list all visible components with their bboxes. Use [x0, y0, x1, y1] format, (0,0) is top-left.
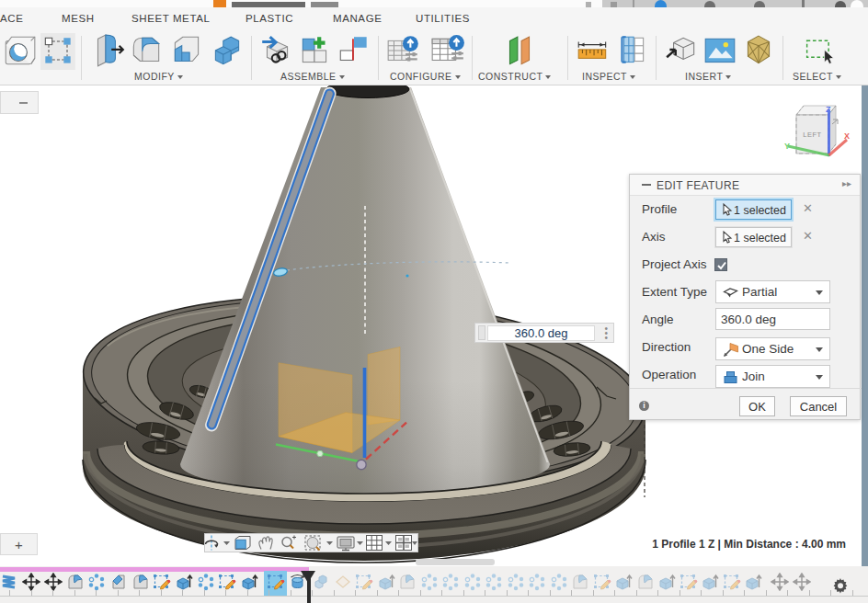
svg-text:X: X: [844, 131, 850, 141]
svg-text:Y: Y: [784, 142, 790, 151]
svg-text:Z: Z: [826, 105, 831, 114]
svg-text:LEFT: LEFT: [803, 131, 821, 139]
